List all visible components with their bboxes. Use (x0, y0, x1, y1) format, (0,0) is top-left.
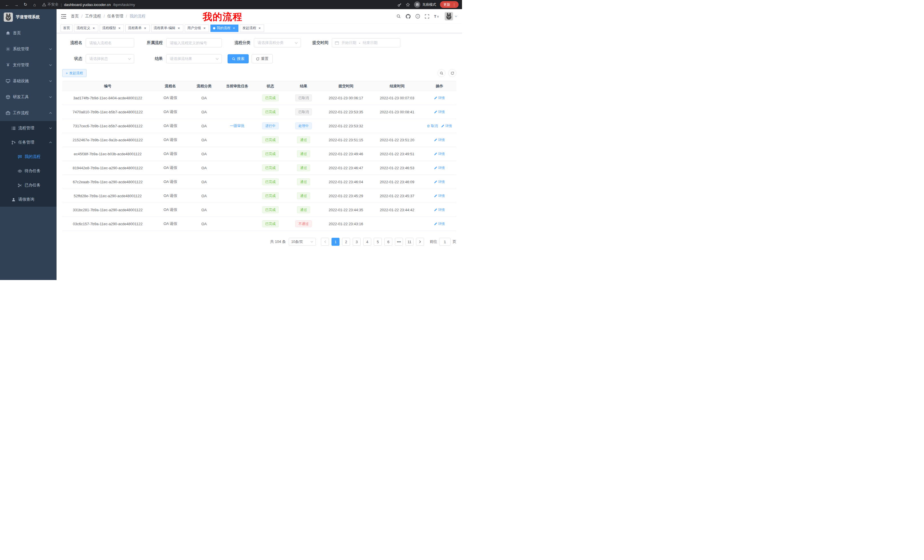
sidebar-item-system[interactable]: 系统管理 (0, 41, 57, 57)
sidebar-item-payment[interactable]: ¥ 支付管理 (0, 57, 57, 73)
sidebar-item-task-management[interactable]: 任务管理 (0, 135, 57, 150)
calendar-icon (335, 41, 339, 45)
tab-close-icon[interactable]: × (117, 26, 122, 30)
sidebar-item-my-process[interactable]: 我的流程 (0, 150, 57, 164)
sidebar-item-process-management[interactable]: 流程管理 (0, 121, 57, 135)
cell-id: ec45f38f-7b9a-11ec-b03b-acde48001122 (62, 147, 153, 161)
tab-close-icon[interactable]: × (143, 26, 147, 30)
tab-item[interactable]: 首页 (60, 24, 72, 32)
user-menu[interactable] (445, 12, 458, 21)
tab-item[interactable]: 发起流程× (240, 24, 264, 32)
detail-link[interactable]: 详情 (441, 124, 452, 129)
fullscreen-icon[interactable] (425, 14, 429, 18)
refresh-table-button[interactable] (448, 69, 456, 77)
pager-page-5[interactable]: 5 (374, 238, 382, 246)
detail-link[interactable]: 详情 (434, 180, 445, 184)
sidebar-item-label: 研发工具 (13, 94, 46, 100)
tab-item[interactable]: 我的流程× (210, 24, 238, 32)
cell-id: 7317cec6-7b9b-11ec-b5b7-acde48001122 (62, 119, 153, 133)
sidebar-item-leave-query[interactable]: 请假查询 (0, 192, 57, 207)
sidebar-item-todo-tasks[interactable]: 待办任务 (0, 164, 57, 178)
show-search-toggle-button[interactable] (438, 69, 446, 77)
search-icon[interactable] (396, 14, 401, 18)
chevron-up-icon (49, 142, 52, 143)
detail-link[interactable]: 详情 (434, 222, 445, 226)
github-icon[interactable] (406, 14, 411, 19)
pager-page-3[interactable]: 3 (352, 238, 361, 246)
process-name-input[interactable] (86, 38, 134, 47)
pager-more-button[interactable]: ••• (395, 238, 403, 246)
tab-item[interactable]: 用户分组× (185, 24, 209, 32)
pager-page-1[interactable]: 1 (332, 238, 339, 246)
sidebar-item-done-tasks[interactable]: 已办任务 (0, 178, 57, 192)
pager-prev-button[interactable] (321, 238, 329, 246)
forward-icon[interactable]: → (13, 1, 20, 8)
address-bar[interactable]: 不安全 | dashboard.yudao.iocoder.cn/bpm/tas… (42, 2, 396, 7)
create-process-button[interactable]: + 发起流程 (62, 69, 87, 77)
home-button-icon[interactable]: ⌂ (31, 1, 38, 8)
current-task-link[interactable]: 一级审批 (230, 124, 245, 128)
detail-link[interactable]: 详情 (434, 208, 445, 213)
page-size-select[interactable]: 10条/页 (289, 238, 316, 246)
detail-link[interactable]: 详情 (434, 193, 445, 198)
cell-submit-time: 2022-01-22 23:49:46 (320, 147, 372, 161)
op-label: 详情 (438, 151, 445, 156)
status-tag: 已完成 (262, 192, 279, 199)
reload-icon[interactable]: ↻ (22, 1, 29, 8)
tab-item[interactable]: 流程表单× (125, 24, 150, 32)
process-name-label: 流程名 (62, 40, 82, 45)
status-select[interactable]: 请选择状态 (86, 54, 134, 63)
sidebar-item-home[interactable]: 首页 (0, 25, 57, 41)
submit-time-range-picker[interactable]: 开始日期 - 结束日期 (332, 38, 400, 47)
detail-link[interactable]: 详情 (434, 109, 445, 114)
tab-close-icon[interactable]: × (202, 26, 207, 30)
update-button[interactable]: 更新 ⋮ (440, 1, 459, 8)
sidebar: 芋道管理系统 首页 系统管理 ¥ 支付管理 基础设施 (0, 9, 57, 280)
cancel-link[interactable]: 取消 (427, 124, 438, 129)
cell-current-task (221, 147, 254, 161)
bookmark-star-icon[interactable] (406, 3, 410, 7)
detail-link[interactable]: 详情 (434, 166, 445, 171)
sidebar-item-workflow[interactable]: 工作流程 (0, 105, 57, 121)
pager-page-2[interactable]: 2 (342, 238, 350, 246)
tab-item[interactable]: 流程表单-编辑× (151, 24, 183, 32)
tab-label: 流程表单-编辑 (154, 26, 176, 30)
breadcrumb-separator: / (79, 14, 85, 18)
sidebar-item-infrastructure[interactable]: 基础设施 (0, 73, 57, 89)
breadcrumb-item[interactable]: 首页 (71, 14, 79, 19)
help-icon[interactable]: ? (416, 14, 420, 18)
not-secure-warning[interactable]: 不安全 (42, 2, 58, 7)
breadcrumb-item[interactable]: 任务管理 (107, 14, 123, 19)
edit-icon (441, 124, 444, 127)
tab-close-icon[interactable]: × (92, 26, 96, 30)
search-button[interactable]: 搜索 (228, 54, 249, 63)
key-icon[interactable] (398, 3, 402, 7)
pager-page-11[interactable]: 11 (405, 238, 414, 246)
pager-page-6[interactable]: 6 (384, 238, 392, 246)
browser-menu-icon[interactable]: ⋮ (452, 3, 456, 7)
tab-item[interactable]: 流程模型× (100, 24, 124, 32)
font-size-icon[interactable]: TT (434, 14, 440, 18)
tab-close-icon[interactable]: × (177, 26, 181, 30)
tab-close-icon[interactable]: × (258, 26, 261, 30)
cell-id: 7470a810-7b9b-11ec-b5b7-acde48001122 (62, 105, 153, 119)
result-select[interactable]: 请选择流结果 (166, 54, 222, 63)
back-icon[interactable]: ← (3, 1, 11, 8)
breadcrumb-item[interactable]: 工作流程 (85, 14, 101, 19)
process-definition-input[interactable] (166, 38, 222, 47)
detail-link[interactable]: 详情 (434, 96, 445, 100)
search-icon (440, 71, 444, 75)
user-avatar[interactable] (445, 12, 453, 21)
pager-page-4[interactable]: 4 (363, 238, 371, 246)
sidebar-collapse-icon[interactable] (61, 14, 66, 18)
tab-item[interactable]: 流程定义× (74, 24, 98, 32)
tab-close-icon[interactable]: × (232, 26, 236, 30)
op-label: 详情 (445, 124, 452, 129)
detail-link[interactable]: 详情 (434, 151, 445, 156)
pager-next-button[interactable] (416, 238, 424, 246)
goto-page-input[interactable] (439, 238, 451, 246)
reset-button[interactable]: 重置 (252, 54, 273, 63)
sidebar-item-devtools[interactable]: 研发工具 (0, 89, 57, 105)
process-category-select[interactable]: 请选择流程分类 (254, 38, 301, 47)
detail-link[interactable]: 详情 (434, 138, 445, 142)
